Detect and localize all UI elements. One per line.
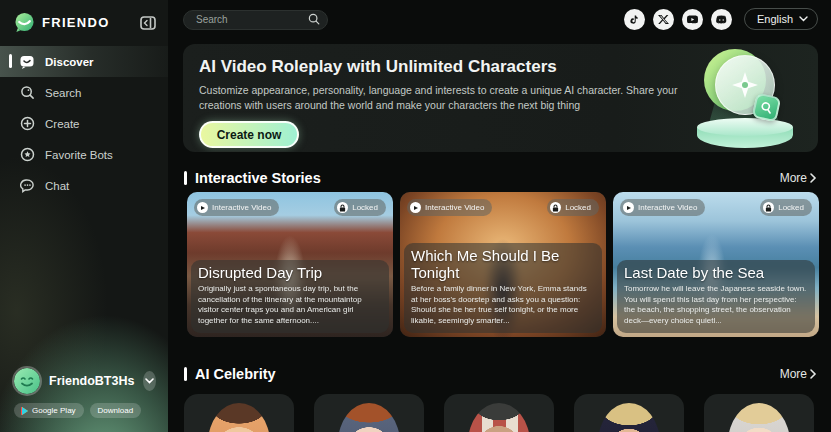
sidebar-item-label: Search: [45, 87, 81, 99]
celebrity-portrait: [338, 403, 400, 432]
celebrity-card[interactable]: [704, 394, 814, 432]
tiktok-icon[interactable]: [624, 9, 645, 30]
locked-badge: Locked: [760, 199, 812, 216]
sidebar-item-search[interactable]: Search: [0, 77, 168, 108]
search-icon[interactable]: [308, 13, 320, 25]
topbar: English: [168, 0, 831, 38]
google-play-icon: [22, 407, 28, 415]
celebrity-portrait: [208, 403, 270, 432]
search-bar: [183, 9, 328, 29]
topbar-right: English: [624, 8, 818, 30]
sidebar-item-discover[interactable]: Discover: [0, 46, 168, 77]
play-icon: [410, 202, 421, 213]
sidebar-item-label: Chat: [45, 180, 69, 192]
badge-label: Locked: [352, 203, 378, 212]
celebrity-row: [184, 394, 814, 432]
locked-badge: Locked: [547, 199, 599, 216]
section-accent-bar: [184, 171, 187, 185]
more-label: More: [780, 367, 807, 381]
sidebar-item-label: Discover: [45, 56, 94, 68]
celebrity-card[interactable]: [184, 394, 294, 432]
download-badge[interactable]: Download: [90, 403, 142, 418]
interactive-video-badge: Interactive Video: [407, 199, 492, 216]
celebrity-portrait: [598, 403, 660, 432]
celebrity-card[interactable]: [314, 394, 424, 432]
chevron-right-icon: [808, 368, 818, 380]
story-text-panel: Which Me Should I Be Tonight Before a fa…: [404, 243, 602, 333]
stories-section-header: Interactive Stories More: [184, 168, 818, 188]
celebrity-more-link[interactable]: More: [780, 367, 818, 381]
sidebar-item-label: Favorite Bots: [45, 149, 113, 161]
stories-row: Interactive Video Locked Disrupted Day T…: [187, 192, 819, 337]
google-play-badge[interactable]: Google Play: [14, 403, 84, 418]
language-selector[interactable]: English: [744, 8, 818, 30]
stories-section-title: Interactive Stories: [195, 170, 321, 186]
avatar: [14, 368, 40, 394]
badge-label: Interactive Video: [638, 203, 697, 212]
plus-circle-icon: [19, 116, 35, 132]
sidebar: FRIENDO Discover: [0, 0, 168, 432]
story-description: Originally just a spontaneous day trip, …: [198, 284, 382, 327]
podium: [697, 118, 793, 148]
story-title: Last Date by the Sea: [624, 264, 808, 281]
sidebar-item-label: Create: [45, 118, 80, 130]
celebrity-section-title: AI Celebrity: [195, 366, 276, 382]
badge-label: Locked: [565, 203, 591, 212]
celebrity-section-header: AI Celebrity More: [184, 364, 818, 384]
badge-label: Interactive Video: [425, 203, 484, 212]
youtube-icon[interactable]: [682, 9, 703, 30]
user-menu-chevron[interactable]: [143, 371, 156, 391]
hero-art: [688, 48, 802, 150]
interactive-video-badge: Interactive Video: [620, 199, 705, 216]
lock-icon: [763, 202, 774, 213]
lock-icon: [337, 202, 348, 213]
chat-dots-icon: [19, 178, 35, 194]
logo-text: FRIENDO: [42, 15, 110, 30]
sidebar-item-create[interactable]: Create: [0, 108, 168, 139]
story-card-last-date-by-the-sea[interactable]: Interactive Video Locked Last Date by th…: [613, 192, 819, 337]
more-label: More: [780, 171, 807, 185]
star-circle-icon: [19, 147, 35, 163]
chat-bubble-icon: [19, 54, 35, 70]
celebrity-portrait: [468, 403, 530, 432]
search-icon: [19, 85, 35, 101]
interactive-video-badge: Interactive Video: [194, 199, 279, 216]
user-name: FriendoBT3Hs: [49, 374, 134, 388]
chevron-right-icon: [808, 172, 818, 184]
story-title: Disrupted Day Trip: [198, 264, 382, 281]
language-label: English: [757, 13, 793, 25]
sidebar-nav: Discover Search Create: [0, 46, 168, 201]
section-accent-bar: [184, 367, 187, 381]
magnifier-icon: [759, 100, 774, 115]
sidebar-collapse-icon[interactable]: [140, 16, 156, 30]
sidebar-item-chat[interactable]: Chat: [0, 170, 168, 201]
play-icon: [623, 202, 634, 213]
celebrity-card[interactable]: [574, 394, 684, 432]
user-row[interactable]: FriendoBT3Hs: [14, 368, 156, 394]
store-badges: Google Play Download: [14, 403, 156, 418]
create-now-button[interactable]: Create now: [199, 121, 299, 148]
story-description: Tomorrow he will leave the Japanese seas…: [624, 284, 808, 327]
play-icon: [197, 202, 208, 213]
lock-icon: [550, 202, 561, 213]
celebrity-portrait: [728, 403, 790, 432]
discord-icon[interactable]: [711, 9, 732, 30]
google-play-label: Google Play: [32, 406, 76, 415]
story-text-panel: Disrupted Day Trip Originally just a spo…: [191, 260, 389, 333]
search-input[interactable]: [183, 10, 328, 30]
download-label: Download: [98, 406, 134, 415]
logo-row: FRIENDO: [0, 0, 168, 33]
stories-more-link[interactable]: More: [780, 171, 818, 185]
x-twitter-icon[interactable]: [653, 9, 674, 30]
story-text-panel: Last Date by the Sea Tomorrow he will le…: [617, 260, 815, 333]
badge-label: Interactive Video: [212, 203, 271, 212]
story-card-disrupted-day-trip[interactable]: Interactive Video Locked Disrupted Day T…: [187, 192, 393, 337]
sidebar-item-favorite-bots[interactable]: Favorite Bots: [0, 139, 168, 170]
story-title: Which Me Should I Be Tonight: [411, 247, 595, 281]
story-description: Before a family dinner in New York, Emma…: [411, 284, 595, 327]
celebrity-card[interactable]: [444, 394, 554, 432]
hero-description: Customize appearance, personality, langu…: [199, 83, 704, 112]
story-card-which-me-tonight[interactable]: Interactive Video Locked Which Me Should…: [400, 192, 606, 337]
hero-banner: AI Video Roleplay with Unlimited Charact…: [183, 44, 818, 152]
locked-badge: Locked: [334, 199, 386, 216]
